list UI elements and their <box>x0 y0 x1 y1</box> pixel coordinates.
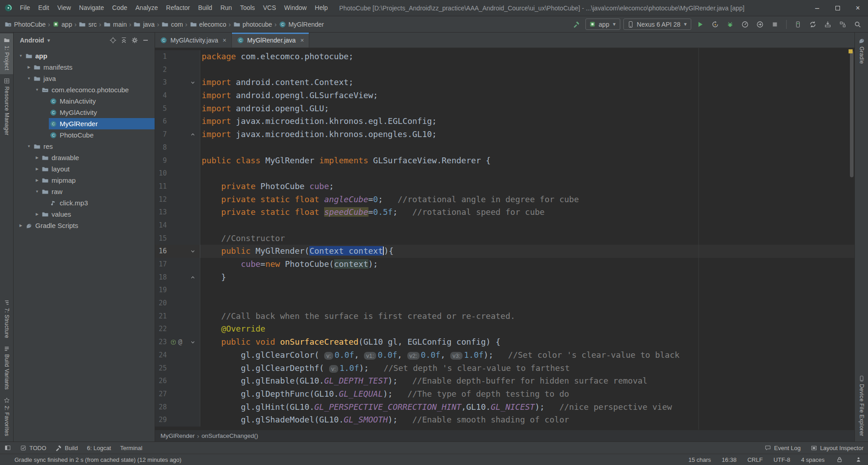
tree-item-myglactivity[interactable]: CMyGlActivity <box>14 107 155 118</box>
tree-item-mipmap[interactable]: ▶mipmap <box>14 175 155 186</box>
code-line-19[interactable]: 19 <box>155 284 854 297</box>
tool-window-button-6-logcat[interactable]: 6: Logcat <box>87 445 111 451</box>
tree-chevron-down-icon[interactable]: ▼ <box>33 88 41 92</box>
code-line-28[interactable]: 28 gl.glHint(GL10.GL_PERSPECTIVE_CORRECT… <box>155 401 854 414</box>
tree-item-values[interactable]: ▶values <box>14 209 155 220</box>
code-line-29[interactable]: 29 gl.glShadeModel(GL10.GL_SMOOTH); //En… <box>155 413 854 427</box>
tree-chevron-down-icon[interactable]: ▼ <box>33 190 41 194</box>
tool-button-build-variants[interactable]: Build Variants <box>0 342 13 394</box>
code-line-17[interactable]: 17 cube=new PhotoCube(context); <box>155 258 854 271</box>
sdk-manager-button[interactable] <box>822 19 834 30</box>
tree-item-mainactivity[interactable]: CMainActivity <box>14 95 155 107</box>
editor-breadcrumb-myglrender[interactable]: MyGlRender <box>160 432 195 439</box>
tool-window-switcher-icon[interactable] <box>5 445 11 451</box>
breadcrumb-com[interactable]: com <box>161 21 183 28</box>
status-crlf[interactable]: CRLF <box>747 456 763 463</box>
device-select[interactable]: Nexus 6 API 28▼ <box>623 19 691 30</box>
tree-item-com-elecomco-photocube[interactable]: ▼com.elecomco.photocube <box>14 84 155 95</box>
tree-chevron-down-icon[interactable]: ▼ <box>25 76 33 81</box>
breadcrumb-photocube[interactable]: PhotoCube <box>5 21 46 28</box>
locate-button[interactable] <box>108 35 118 46</box>
fold-down-icon[interactable] <box>190 249 195 254</box>
project-structure-button[interactable] <box>837 19 849 30</box>
tree-item-manifests[interactable]: ▶manifests <box>14 62 155 73</box>
tree-item-myglrender[interactable]: CMyGlRender <box>14 118 155 129</box>
line-number[interactable]: 3 <box>155 76 167 89</box>
code-line-2[interactable]: 2 <box>155 63 854 76</box>
tool-button-device-file-explorer[interactable]: Device File Explorer <box>855 372 868 440</box>
menu-view[interactable]: View <box>53 0 75 16</box>
tool-button-gradle[interactable]: Gradle <box>855 33 868 67</box>
line-number[interactable]: 10 <box>155 167 167 180</box>
breadcrumb-elecomco[interactable]: elecomco <box>190 21 226 28</box>
breadcrumb-photocube[interactable]: photocube <box>233 21 272 28</box>
line-number[interactable]: 20 <box>155 297 167 310</box>
breadcrumb-myglrender[interactable]: CMyGlRender <box>279 21 324 28</box>
line-number[interactable]: 1 <box>155 50 167 63</box>
tree-item-raw[interactable]: ▼raw <box>14 186 155 197</box>
code-line-14[interactable]: 14 <box>155 219 854 232</box>
tool-window-button-build[interactable]: Build <box>55 445 78 451</box>
breadcrumb-app[interactable]: app <box>52 21 72 28</box>
line-number[interactable]: 8 <box>155 141 167 154</box>
code-line-7[interactable]: 7import javax.microedition.khronos.openg… <box>155 128 854 141</box>
gear-button[interactable] <box>129 35 140 46</box>
code-line-26[interactable]: 26 gl.glEnable(GL10.GL_DEPTH_TEST); //En… <box>155 375 854 388</box>
code-line-18[interactable]: 18 } <box>155 271 854 284</box>
stop-button[interactable] <box>769 19 781 30</box>
profile-button[interactable] <box>739 19 751 30</box>
line-number[interactable]: 15 <box>155 232 167 245</box>
implementing-icon[interactable] <box>170 339 176 345</box>
warning-stripe-mark[interactable] <box>849 49 853 53</box>
line-number[interactable]: 6 <box>155 115 167 128</box>
menu-refactor[interactable]: Refactor <box>162 0 194 16</box>
line-number[interactable]: 17 <box>155 258 167 271</box>
tree-chevron-right-icon[interactable]: ▶ <box>25 65 33 69</box>
code-line-13[interactable]: 13 private static float speedCube=0.5f; … <box>155 206 854 219</box>
code-line-3[interactable]: 3import android.content.Context; <box>155 76 854 89</box>
status-utf-8[interactable]: UTF-8 <box>774 456 790 463</box>
sync-project-button[interactable] <box>807 19 819 30</box>
editor-code-area[interactable]: 1package com.elecomco.photocube;23import… <box>155 48 854 430</box>
tree-chevron-right-icon[interactable]: ▶ <box>33 178 41 182</box>
line-number[interactable]: 29 <box>155 413 167 427</box>
avd-manager-button[interactable] <box>792 19 804 30</box>
debug-button[interactable] <box>724 19 736 30</box>
status-4-spaces[interactable]: 4 spaces <box>801 456 825 463</box>
make-project-button[interactable] <box>571 19 582 30</box>
tree-chevron-right-icon[interactable]: ▶ <box>33 167 41 171</box>
status-16-38[interactable]: 16:38 <box>722 456 737 463</box>
tree-item-click-mp3[interactable]: click.mp3 <box>14 197 155 209</box>
code-line-16[interactable]: 16 public MyGlRender(Context context){ <box>155 245 854 258</box>
project-view-selector[interactable]: Android ▼ <box>20 37 51 44</box>
editor-breadcrumb-onsurfacechanged[interactable]: onSurfaceChanged() <box>202 432 258 439</box>
hide-button[interactable] <box>140 35 151 46</box>
menu-help[interactable]: Help <box>311 0 332 16</box>
line-number[interactable]: 26 <box>155 375 167 388</box>
line-number[interactable]: 5 <box>155 102 167 115</box>
fold-up-icon[interactable] <box>190 132 195 137</box>
line-number[interactable]: 18 <box>155 271 167 284</box>
line-number[interactable]: 9 <box>155 154 167 167</box>
close-button[interactable]: × <box>848 0 868 16</box>
tool-button-1-project[interactable]: 1: Project <box>0 33 13 74</box>
apply-changes-button[interactable] <box>709 19 721 30</box>
menu-navigate[interactable]: Navigate <box>75 0 108 16</box>
tree-chevron-right-icon[interactable]: ▶ <box>33 212 41 216</box>
close-tab-icon[interactable]: × <box>300 37 304 44</box>
code-line-21[interactable]: 21 //Call back when the surface is first… <box>155 310 854 323</box>
menu-tools[interactable]: Tools <box>236 0 259 16</box>
code-line-9[interactable]: 9public class MyGlRender implements GLSu… <box>155 154 854 167</box>
tool-button-resource-manager[interactable]: Resource Manager <box>0 74 13 139</box>
line-number[interactable]: 25 <box>155 362 167 375</box>
fold-down-icon[interactable] <box>190 340 195 345</box>
code-line-22[interactable]: 22 @Override <box>155 323 854 336</box>
highlight-level-icon[interactable] <box>854 456 863 464</box>
menu-edit[interactable]: Edit <box>34 0 53 16</box>
menu-window[interactable]: Window <box>280 0 311 16</box>
line-number[interactable]: 7 <box>155 128 167 141</box>
code-line-5[interactable]: 5import android.opengl.GLU; <box>155 102 854 115</box>
tool-button-7-structure[interactable]: 7: Structure <box>0 296 13 342</box>
code-line-12[interactable]: 12 private static float angleCube=0; //r… <box>155 193 854 206</box>
line-number[interactable]: 19 <box>155 284 167 297</box>
